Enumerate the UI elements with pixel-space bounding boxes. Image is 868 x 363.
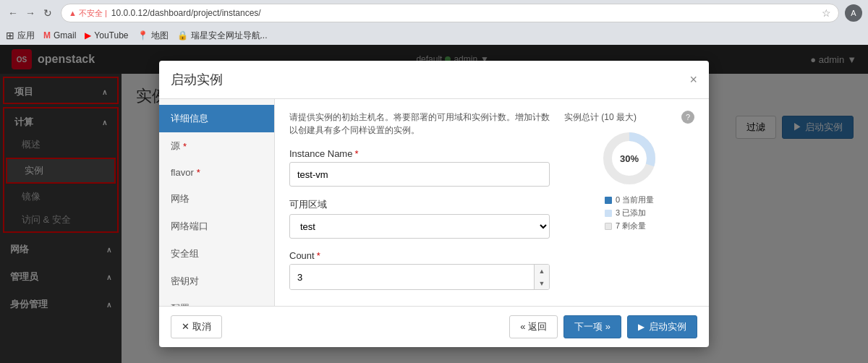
modal-tab-network[interactable]: 网络: [159, 185, 274, 213]
bookmark-maps-label: 地图: [151, 30, 169, 42]
bookmark-gmail-label: Gmail: [54, 30, 76, 40]
availability-zone-label: 可用区域: [289, 198, 550, 211]
modal-tab-keypair-label: 密钥对: [171, 275, 199, 288]
modal-tab-source-label: 源: [171, 140, 180, 153]
modal-description: 请提供实例的初始主机名。将要部署的可用域和实例计数。增加计数以创建具有多个同样设…: [289, 111, 550, 137]
maps-icon: 📍: [137, 30, 148, 40]
count-label: Count *: [289, 250, 550, 261]
modal-header: 启动实例 ×: [159, 61, 709, 99]
cancel-button[interactable]: ✕ 取消: [171, 315, 222, 338]
legend-current-dot: [605, 197, 612, 204]
gmail-icon: M: [43, 30, 51, 40]
launch-button-label: 启动实例: [649, 320, 686, 333]
reload-button[interactable]: ↻: [41, 6, 55, 20]
modal-tab-network-port[interactable]: 网络端口: [159, 213, 274, 240]
url-bar[interactable]: ▲ 不安全 | 10.0.0.12/dashboard/project/inst…: [61, 4, 839, 22]
flavor-required-star: *: [197, 167, 200, 178]
bookmark-security[interactable]: 🔒 瑞星安全网址导航...: [177, 30, 268, 42]
count-increment-button[interactable]: ▲: [535, 265, 549, 277]
instance-name-label-text: Instance Name: [289, 148, 352, 159]
instance-name-group: Instance Name *: [289, 148, 550, 187]
source-required-star: *: [183, 141, 187, 152]
modal-close-button[interactable]: ×: [689, 72, 697, 87]
footer-left: ✕ 取消: [171, 315, 222, 338]
legend-remaining-label: 7 剩余量: [616, 221, 646, 231]
modal-tab-details-label: 详细信息: [171, 112, 208, 125]
bookmark-apps-label: 应用: [17, 30, 35, 42]
count-input[interactable]: [290, 265, 534, 289]
donut-percent-label: 30%: [620, 153, 639, 164]
bookmark-gmail[interactable]: M Gmail: [43, 30, 76, 40]
count-label-text: Count: [289, 250, 315, 261]
modal-tab-configuration[interactable]: 配置: [159, 295, 274, 306]
bookmark-star-icon[interactable]: ☆: [822, 7, 831, 19]
legend-added: 3 已添加: [605, 208, 654, 218]
count-spinner: ▲ ▼: [289, 264, 550, 290]
nav-buttons: ← → ↻: [6, 6, 55, 20]
modal-tab-security-group[interactable]: 安全组: [159, 240, 274, 268]
modal-body: 详细信息 源 * flavor * 网络 网络端口 安全组: [159, 99, 709, 306]
modal-footer: ✕ 取消 « 返回 下一项 » ▶ 启动实例: [159, 306, 709, 347]
modal-tab-network-port-label: 网络端口: [171, 220, 208, 233]
donut-chart-container: 30% 0 当前用量 3 已添加: [564, 129, 694, 234]
modal-tab-flavor-label: flavor: [171, 167, 194, 178]
legend-remaining-dot: [605, 223, 612, 230]
donut-legend: 0 当前用量 3 已添加 7 剩余量: [605, 195, 654, 234]
browser-chrome: ← → ↻ ▲ 不安全 | 10.0.0.12/dashboard/projec…: [0, 0, 868, 45]
modal-tab-network-label: 网络: [171, 192, 190, 205]
instance-name-required-icon: *: [354, 148, 358, 159]
modal-main: 请提供实例的初始主机名。将要部署的可用域和实例计数。增加计数以创建具有多个同样设…: [275, 99, 709, 306]
modal-tab-source[interactable]: 源 *: [159, 132, 274, 160]
modal-sidebar: 详细信息 源 * flavor * 网络 网络端口 安全组: [159, 99, 275, 306]
bookmark-maps[interactable]: 📍 地图: [137, 30, 169, 42]
bookmarks-bar: ⊞ 应用 M Gmail ▶ YouTube 📍 地图 🔒 瑞星安全网址导航..…: [0, 26, 868, 45]
bookmark-security-label: 瑞星安全网址导航...: [191, 30, 268, 42]
help-icon[interactable]: ?: [681, 111, 694, 124]
donut-chart: 30%: [600, 129, 658, 187]
modal-tab-keypair[interactable]: 密钥对: [159, 268, 274, 295]
legend-current-label: 0 当前用量: [616, 195, 654, 205]
back-button-modal[interactable]: « 返回: [509, 315, 558, 338]
back-button[interactable]: ←: [6, 6, 20, 20]
legend-added-label: 3 已添加: [616, 208, 646, 218]
launch-instance-modal: 启动实例 × 详细信息 源 * flavor * 网络: [159, 61, 709, 347]
availability-zone-label-text: 可用区域: [289, 198, 327, 211]
modal-title: 启动实例: [171, 71, 223, 88]
profile-button[interactable]: A: [845, 4, 862, 22]
bookmark-youtube-label: YouTube: [94, 30, 128, 40]
availability-zone-group: 可用区域 test nova default: [289, 198, 550, 239]
launch-button[interactable]: ▶ 启动实例: [627, 315, 697, 338]
browser-toolbar: ← → ↻ ▲ 不安全 | 10.0.0.12/dashboard/projec…: [0, 0, 868, 26]
youtube-icon: ▶: [85, 30, 91, 40]
legend-added-dot: [605, 210, 612, 217]
bookmark-youtube[interactable]: ▶ YouTube: [85, 30, 128, 40]
legend-current: 0 当前用量: [605, 195, 654, 205]
url-text: 10.0.0.12/dashboard/project/instances/: [111, 8, 261, 18]
forward-button[interactable]: →: [23, 6, 38, 20]
count-group: Count * ▲ ▼: [289, 250, 550, 290]
modal-form: 请提供实例的初始主机名。将要部署的可用域和实例计数。增加计数以创建具有多个同样设…: [289, 111, 550, 294]
modal-tab-security-group-label: 安全组: [171, 247, 199, 260]
security-indicator: ▲ 不安全 |: [69, 8, 107, 19]
count-decrement-button[interactable]: ▼: [535, 277, 549, 289]
count-required-icon: *: [317, 250, 320, 261]
launch-icon: ▶: [638, 322, 644, 332]
bookmark-apps[interactable]: ⊞ 应用: [6, 30, 35, 42]
modal-tab-details[interactable]: 详细信息: [159, 105, 274, 132]
modal-overlay: 启动实例 × 详细信息 源 * flavor * 网络: [0, 45, 868, 363]
next-button[interactable]: 下一项 »: [563, 315, 621, 338]
modal-info-panel: 实例总计 (10 最大) ?: [564, 111, 694, 294]
modal-tab-flavor[interactable]: flavor *: [159, 160, 274, 185]
legend-remaining: 7 剩余量: [605, 221, 654, 231]
apps-icon: ⊞: [6, 30, 14, 41]
total-label: 实例总计 (10 最大): [564, 111, 637, 124]
instance-name-label: Instance Name *: [289, 148, 550, 159]
availability-zone-select[interactable]: test nova default: [289, 214, 550, 239]
count-spinner-buttons: ▲ ▼: [534, 265, 549, 289]
footer-right: « 返回 下一项 » ▶ 启动实例: [509, 315, 697, 338]
instance-name-input[interactable]: [289, 162, 550, 187]
security-site-icon: 🔒: [177, 30, 188, 40]
